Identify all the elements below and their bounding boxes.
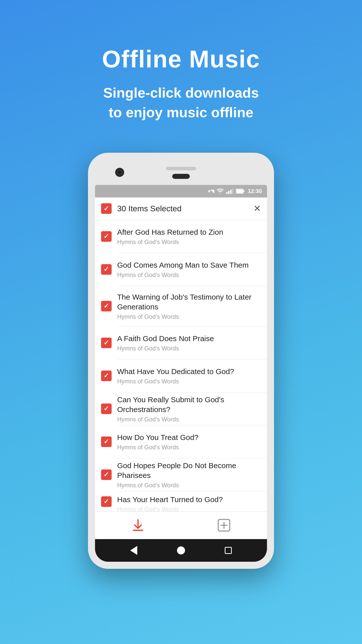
song-info-9: Has Your Heart Turned to God? Hymns of G… bbox=[117, 495, 261, 511]
song-info-7: How Do You Treat God? Hymns of God's Wor… bbox=[117, 432, 261, 451]
song-checkbox-3[interactable]: ✓ bbox=[101, 301, 112, 311]
phone-speaker bbox=[166, 167, 196, 170]
song-title-6: Can You Really Submit to God's Orchestra… bbox=[117, 395, 261, 414]
phone-earpiece bbox=[172, 174, 190, 179]
song-category-4: Hymns of God's Words bbox=[117, 345, 261, 352]
selection-bar[interactable]: ✓ 30 Items Selected ✕ bbox=[95, 197, 267, 220]
phone-nav-bar bbox=[95, 539, 267, 562]
download-button[interactable] bbox=[128, 515, 148, 535]
song-title-5: What Have You Dedicated to God? bbox=[117, 367, 261, 376]
nav-back-button[interactable] bbox=[129, 545, 139, 555]
song-title-9: Has Your Heart Turned to God? bbox=[117, 495, 261, 504]
song-info-8: God Hopes People Do Not Become Pharisees… bbox=[117, 461, 261, 489]
song-category-9: Hymns of God's Words bbox=[117, 506, 261, 511]
list-item[interactable]: ✓ The Warning of Job's Testimony to Late… bbox=[95, 286, 267, 326]
list-item[interactable]: ✓ What Have You Dedicated to God? Hymns … bbox=[95, 359, 267, 392]
song-checkbox-4[interactable]: ✓ bbox=[101, 338, 112, 348]
svg-rect-5 bbox=[243, 190, 244, 192]
svg-rect-3 bbox=[232, 188, 233, 194]
song-info-2: God Comes Among Man to Save Them Hymns o… bbox=[117, 260, 261, 278]
svg-rect-2 bbox=[230, 190, 232, 194]
song-checkbox-8[interactable]: ✓ bbox=[101, 469, 112, 480]
phone-camera-icon bbox=[115, 168, 124, 177]
song-category-7: Hymns of God's Words bbox=[117, 444, 261, 451]
page-subtitle: Single-click downloads to enjoy music of… bbox=[102, 83, 260, 123]
wifi-icon bbox=[217, 188, 224, 194]
song-checkbox-1[interactable]: ✓ bbox=[101, 231, 112, 242]
header-section: Offline Music Single-click downloads to … bbox=[102, 0, 260, 123]
close-button[interactable]: ✕ bbox=[253, 203, 261, 214]
status-bar: ▾◥ bbox=[95, 185, 267, 197]
nav-home-button[interactable] bbox=[176, 545, 186, 555]
song-title-2: God Comes Among Man to Save Them bbox=[117, 260, 261, 270]
song-info-1: After God Has Returned to Zion Hymns of … bbox=[117, 227, 261, 246]
phone-screen: ▾◥ bbox=[95, 185, 267, 539]
status-icons: ▾◥ bbox=[208, 188, 245, 194]
song-checkbox-2[interactable]: ✓ bbox=[101, 264, 112, 275]
phone-notch bbox=[95, 160, 267, 185]
song-title-3: The Warning of Job's Testimony to Later … bbox=[117, 292, 261, 312]
add-icon bbox=[217, 519, 231, 532]
song-info-4: A Faith God Does Not Praise Hymns of God… bbox=[117, 334, 261, 352]
song-category-5: Hymns of God's Words bbox=[117, 378, 261, 385]
song-checkbox-7[interactable]: ✓ bbox=[101, 436, 112, 447]
song-category-8: Hymns of God's Words bbox=[117, 482, 261, 489]
song-list: ✓ After God Has Returned to Zion Hymns o… bbox=[95, 220, 267, 511]
selection-count: 30 Items Selected bbox=[117, 204, 253, 213]
select-all-checkmark: ✓ bbox=[104, 205, 109, 213]
song-title-7: How Do You Treat God? bbox=[117, 432, 261, 442]
phone-mockup: ▾◥ bbox=[88, 153, 274, 569]
list-item[interactable]: ✓ After God Has Returned to Zion Hymns o… bbox=[95, 220, 267, 253]
song-title-4: A Faith God Does Not Praise bbox=[117, 334, 261, 343]
song-checkbox-6[interactable]: ✓ bbox=[101, 404, 112, 414]
list-item[interactable]: ✓ How Do You Treat God? Hymns of God's W… bbox=[95, 425, 267, 458]
song-category-2: Hymns of God's Words bbox=[117, 271, 261, 278]
list-item[interactable]: ✓ God Comes Among Man to Save Them Hymns… bbox=[95, 253, 267, 286]
song-info-5: What Have You Dedicated to God? Hymns of… bbox=[117, 367, 261, 385]
song-info-6: Can You Really Submit to God's Orchestra… bbox=[117, 395, 261, 423]
song-checkbox-5[interactable]: ✓ bbox=[101, 371, 112, 381]
svg-rect-0 bbox=[226, 192, 228, 194]
bottom-action-bar bbox=[95, 511, 267, 539]
list-item[interactable]: ✓ A Faith God Does Not Praise Hymns of G… bbox=[95, 327, 267, 359]
status-time: 12:30 bbox=[248, 188, 262, 194]
song-category-3: Hymns of God's Words bbox=[117, 313, 261, 320]
select-all-checkbox[interactable]: ✓ bbox=[101, 203, 112, 214]
nav-recent-button[interactable] bbox=[223, 545, 233, 555]
song-category-1: Hymns of God's Words bbox=[117, 238, 261, 246]
page-title: Offline Music bbox=[102, 45, 260, 73]
list-item[interactable]: ✓ Can You Really Submit to God's Orchest… bbox=[95, 392, 267, 425]
song-info-3: The Warning of Job's Testimony to Later … bbox=[117, 292, 261, 320]
song-category-6: Hymns of God's Words bbox=[117, 416, 261, 423]
song-title-8: God Hopes People Do Not Become Pharisees bbox=[117, 461, 261, 480]
download-icon bbox=[131, 519, 145, 532]
add-button[interactable] bbox=[214, 515, 234, 535]
signal-icon bbox=[226, 188, 233, 194]
svg-rect-6 bbox=[236, 189, 243, 193]
song-title-1: After God Has Returned to Zion bbox=[117, 227, 261, 237]
song-checkbox-9[interactable]: ✓ bbox=[101, 496, 112, 507]
svg-rect-1 bbox=[228, 191, 230, 194]
list-item[interactable]: ✓ Has Your Heart Turned to God? Hymns of… bbox=[95, 491, 267, 511]
list-item[interactable]: ✓ God Hopes People Do Not Become Pharise… bbox=[95, 458, 267, 491]
battery-icon bbox=[236, 188, 245, 194]
wifi-icon: ▾◥ bbox=[208, 188, 214, 194]
